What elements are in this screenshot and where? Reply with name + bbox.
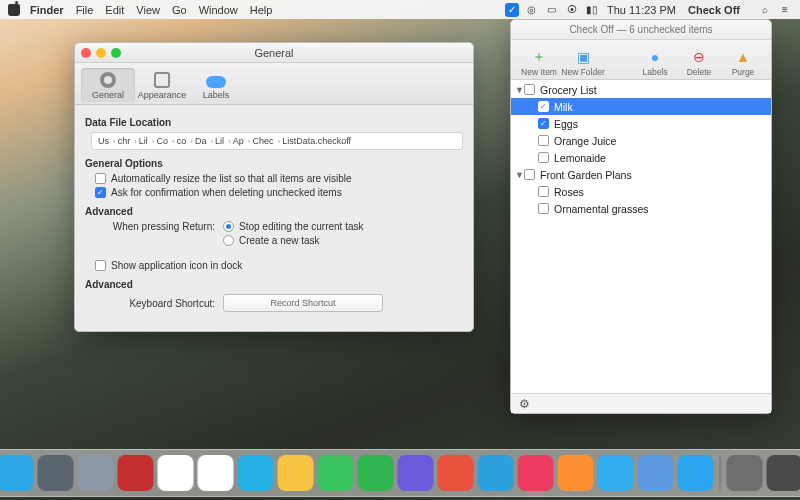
checkbox-auto-resize[interactable] [95, 173, 106, 184]
dock-app[interactable] [198, 455, 234, 491]
section-advanced2: Advanced [85, 279, 463, 290]
battery-icon[interactable]: ▮▯ [585, 4, 599, 16]
label-return: When pressing Return: [95, 221, 215, 232]
folder-plus-icon: ▣ [573, 48, 593, 66]
dock-app[interactable] [478, 455, 514, 491]
wifi-icon[interactable]: ⦿ [565, 4, 579, 16]
settings-gear-icon[interactable]: ⚙ [517, 397, 531, 411]
dock-app[interactable] [767, 455, 801, 491]
radio-return-new[interactable] [223, 235, 234, 246]
label-show-dock: Show application icon in dock [111, 260, 242, 271]
panel-title: Check Off — 6 unchecked items [511, 20, 771, 40]
checkbox-ask-confirm[interactable]: ✓ [95, 187, 106, 198]
dock-app[interactable] [558, 455, 594, 491]
appearance-icon [154, 72, 170, 88]
prefs-title: General [75, 47, 473, 59]
dock-app[interactable] [0, 455, 34, 491]
dock-app[interactable] [318, 455, 354, 491]
labels-button[interactable]: ●Labels [633, 48, 677, 77]
checkbox[interactable] [524, 169, 535, 180]
list-item[interactable]: ▶Roses [511, 183, 771, 200]
new-folder-button[interactable]: ▣New Folder [561, 48, 605, 77]
list-group[interactable]: ▼Front Garden Plans [511, 166, 771, 183]
clock[interactable]: Thu 11:23 PM [607, 4, 676, 16]
dock-app[interactable] [678, 455, 714, 491]
checkbox[interactable] [524, 84, 535, 95]
label-shortcut: Keyboard Shortcut: [95, 298, 215, 309]
dock-app[interactable] [238, 455, 274, 491]
list-item[interactable]: ▶✓Eggs [511, 115, 771, 132]
menu-go[interactable]: Go [172, 4, 187, 16]
checkbox[interactable]: ✓ [538, 101, 549, 112]
labels-icon [206, 76, 226, 88]
list-item[interactable]: ▶Orange Juice [511, 132, 771, 149]
dock-app[interactable] [358, 455, 394, 491]
minimize-button[interactable] [96, 48, 106, 58]
dock-app[interactable] [278, 455, 314, 491]
gear-icon [100, 72, 116, 88]
plus-icon: ＋ [529, 48, 549, 66]
dock-app[interactable] [158, 455, 194, 491]
path-control[interactable]: Us›chr›Lil›Co›co›Da›Lil›Ap›Chec›ListData… [91, 132, 463, 150]
tab-general[interactable]: General [81, 68, 135, 102]
prefs-titlebar[interactable]: General [75, 43, 473, 63]
dock-app[interactable] [438, 455, 474, 491]
menu-help[interactable]: Help [250, 4, 273, 16]
close-button[interactable] [81, 48, 91, 58]
checkbox[interactable]: ✓ [538, 118, 549, 129]
label-auto-resize: Automatically resize the list so that al… [111, 173, 352, 184]
task-list[interactable]: ▼Grocery List▶✓Milk▶✓Eggs▶Orange Juice▶L… [511, 80, 771, 393]
checkbox[interactable] [538, 203, 549, 214]
menubar-checkoff-icon[interactable]: ✓ [505, 3, 519, 17]
apple-icon[interactable] [8, 4, 20, 16]
menubar-checkoff[interactable]: Check Off [688, 4, 740, 16]
list-group[interactable]: ▼Grocery List [511, 81, 771, 98]
list-icon[interactable]: ≡ [778, 4, 792, 16]
dock-app[interactable] [398, 455, 434, 491]
menu-view[interactable]: View [136, 4, 160, 16]
checkbox[interactable] [538, 152, 549, 163]
record-shortcut-button[interactable]: Record Shortcut [223, 294, 383, 312]
spotlight-cloud-icon[interactable]: ◎ [525, 4, 539, 16]
radio-return-stop[interactable] [223, 221, 234, 232]
search-icon[interactable]: ⌕ [758, 4, 772, 16]
list-item[interactable]: ▶Lemonaide [511, 149, 771, 166]
minus-icon: ⊖ [689, 48, 709, 66]
tab-appearance[interactable]: Appearance [135, 68, 189, 102]
dock-app[interactable] [78, 455, 114, 491]
label-return-stop: Stop editing the current task [239, 221, 364, 232]
section-advanced: Advanced [85, 206, 463, 217]
purge-icon: ▲ [733, 48, 753, 66]
dock-app[interactable] [598, 455, 634, 491]
dock-app[interactable] [518, 455, 554, 491]
purge-button[interactable]: ▲Purge [721, 48, 765, 77]
checkbox-show-dock[interactable] [95, 260, 106, 271]
menu-file[interactable]: File [76, 4, 94, 16]
zoom-button[interactable] [111, 48, 121, 58]
new-item-button[interactable]: ＋New Item [517, 48, 561, 77]
label-icon: ● [645, 48, 665, 66]
preferences-window: General General Appearance Labels Data F… [74, 42, 474, 332]
display-icon[interactable]: ▭ [545, 4, 559, 16]
menubar: Finder File Edit View Go Window Help ✓ ◎… [0, 0, 800, 19]
checkbox[interactable] [538, 135, 549, 146]
delete-button[interactable]: ⊖Delete [677, 48, 721, 77]
list-item[interactable]: ▶Ornamental grasses [511, 200, 771, 217]
tab-labels[interactable]: Labels [189, 70, 243, 102]
panel-toolbar: ＋New Item ▣New Folder ●Labels ⊖Delete ▲P… [511, 40, 771, 80]
prefs-toolbar: General Appearance Labels [75, 63, 473, 105]
section-data-file: Data File Location [85, 117, 463, 128]
list-item[interactable]: ▶✓Milk [511, 98, 771, 115]
dock-app[interactable] [638, 455, 674, 491]
dock[interactable] [0, 449, 800, 497]
label-return-new: Create a new task [239, 235, 320, 246]
menu-edit[interactable]: Edit [105, 4, 124, 16]
dock-app[interactable] [118, 455, 154, 491]
label-ask-confirm: Ask for confirmation when deleting unche… [111, 187, 342, 198]
dock-app[interactable] [38, 455, 74, 491]
menu-app[interactable]: Finder [30, 4, 64, 16]
menu-window[interactable]: Window [199, 4, 238, 16]
panel-footer: ⚙ [511, 393, 771, 413]
dock-app[interactable] [727, 455, 763, 491]
checkbox[interactable] [538, 186, 549, 197]
